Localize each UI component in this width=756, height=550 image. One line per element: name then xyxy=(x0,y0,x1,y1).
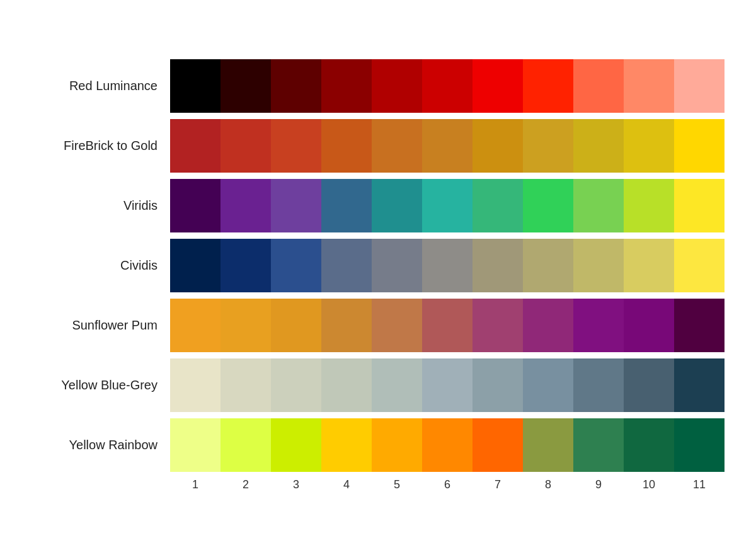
swatch-0-7 xyxy=(523,59,573,113)
palette-label-1: FireBrick to Gold xyxy=(32,139,170,153)
swatch-0-2 xyxy=(271,59,321,113)
axis-row: 1234567891011 xyxy=(32,478,724,491)
palette-swatches-0 xyxy=(170,59,724,113)
axis-label-5: 6 xyxy=(422,478,472,491)
swatch-0-4 xyxy=(372,59,422,113)
swatch-2-6 xyxy=(472,179,523,232)
axis-label-4: 5 xyxy=(372,478,422,491)
swatch-4-0 xyxy=(170,299,220,352)
swatch-6-1 xyxy=(220,418,271,472)
swatch-3-6 xyxy=(472,239,523,292)
palette-row-2: Viridis xyxy=(32,179,724,232)
swatch-6-8 xyxy=(573,418,624,472)
palette-label-2: Viridis xyxy=(32,198,170,213)
axis-label-8: 9 xyxy=(573,478,624,491)
swatch-1-7 xyxy=(523,119,573,173)
swatch-5-1 xyxy=(220,358,271,412)
swatch-4-5 xyxy=(422,299,472,352)
swatch-4-4 xyxy=(372,299,422,352)
swatch-4-10 xyxy=(674,299,724,352)
palette-swatches-3 xyxy=(170,239,724,292)
swatch-5-2 xyxy=(271,358,321,412)
swatch-1-9 xyxy=(624,119,674,173)
swatch-4-3 xyxy=(321,299,372,352)
swatch-0-0 xyxy=(170,59,220,113)
swatch-3-10 xyxy=(674,239,724,292)
swatch-1-5 xyxy=(422,119,472,173)
palette-row-3: Cividis xyxy=(32,239,724,292)
axis-label-2: 3 xyxy=(271,478,321,491)
swatch-3-8 xyxy=(573,239,624,292)
swatch-1-6 xyxy=(472,119,523,173)
axis-label-7: 8 xyxy=(523,478,573,491)
swatch-3-1 xyxy=(220,239,271,292)
swatch-0-9 xyxy=(624,59,674,113)
chart-container: Red LuminanceFireBrick to GoldViridisCiv… xyxy=(32,47,724,504)
swatch-5-6 xyxy=(472,358,523,412)
swatch-2-10 xyxy=(674,179,724,232)
swatch-4-1 xyxy=(220,299,271,352)
palette-swatches-6 xyxy=(170,418,724,472)
swatch-4-6 xyxy=(472,299,523,352)
swatch-4-2 xyxy=(271,299,321,352)
axis-label-0: 1 xyxy=(170,478,220,491)
swatch-5-5 xyxy=(422,358,472,412)
swatch-1-1 xyxy=(220,119,271,173)
swatch-2-1 xyxy=(220,179,271,232)
palette-label-3: Cividis xyxy=(32,258,170,273)
swatch-2-7 xyxy=(523,179,573,232)
swatch-3-9 xyxy=(624,239,674,292)
swatch-2-5 xyxy=(422,179,472,232)
palette-row-0: Red Luminance xyxy=(32,59,724,113)
swatch-5-3 xyxy=(321,358,372,412)
swatch-3-2 xyxy=(271,239,321,292)
swatch-4-8 xyxy=(573,299,624,352)
swatch-1-0 xyxy=(170,119,220,173)
swatch-5-0 xyxy=(170,358,220,412)
axis-label-1: 2 xyxy=(220,478,271,491)
palette-label-0: Red Luminance xyxy=(32,79,170,93)
axis-label-9: 10 xyxy=(624,478,674,491)
swatch-2-2 xyxy=(271,179,321,232)
swatch-5-4 xyxy=(372,358,422,412)
palette-row-4: Sunflower Pum xyxy=(32,299,724,352)
swatch-0-10 xyxy=(674,59,724,113)
palette-label-5: Yellow Blue-Grey xyxy=(32,378,170,392)
palette-row-6: Yellow Rainbow xyxy=(32,418,724,472)
swatch-6-9 xyxy=(624,418,674,472)
swatch-2-8 xyxy=(573,179,624,232)
swatch-0-5 xyxy=(422,59,472,113)
palette-swatches-4 xyxy=(170,299,724,352)
palette-row-1: FireBrick to Gold xyxy=(32,119,724,173)
swatch-1-4 xyxy=(372,119,422,173)
palette-row-5: Yellow Blue-Grey xyxy=(32,358,724,412)
swatch-6-0 xyxy=(170,418,220,472)
swatch-5-8 xyxy=(573,358,624,412)
swatch-1-8 xyxy=(573,119,624,173)
swatch-0-1 xyxy=(220,59,271,113)
swatch-5-10 xyxy=(674,358,724,412)
swatch-2-0 xyxy=(170,179,220,232)
axis-labels: 1234567891011 xyxy=(170,478,724,491)
swatch-4-7 xyxy=(523,299,573,352)
swatch-2-3 xyxy=(321,179,372,232)
swatch-2-9 xyxy=(624,179,674,232)
palette-label-4: Sunflower Pum xyxy=(32,318,170,333)
swatch-0-8 xyxy=(573,59,624,113)
swatch-3-5 xyxy=(422,239,472,292)
swatch-0-6 xyxy=(472,59,523,113)
swatch-5-7 xyxy=(523,358,573,412)
swatch-1-2 xyxy=(271,119,321,173)
swatch-6-3 xyxy=(321,418,372,472)
swatch-6-7 xyxy=(523,418,573,472)
swatch-4-9 xyxy=(624,299,674,352)
palette-swatches-2 xyxy=(170,179,724,232)
swatch-6-2 xyxy=(271,418,321,472)
swatch-3-3 xyxy=(321,239,372,292)
axis-label-6: 7 xyxy=(472,478,523,491)
swatch-0-3 xyxy=(321,59,372,113)
swatch-6-6 xyxy=(472,418,523,472)
swatch-1-3 xyxy=(321,119,372,173)
palette-swatches-5 xyxy=(170,358,724,412)
swatch-6-10 xyxy=(674,418,724,472)
